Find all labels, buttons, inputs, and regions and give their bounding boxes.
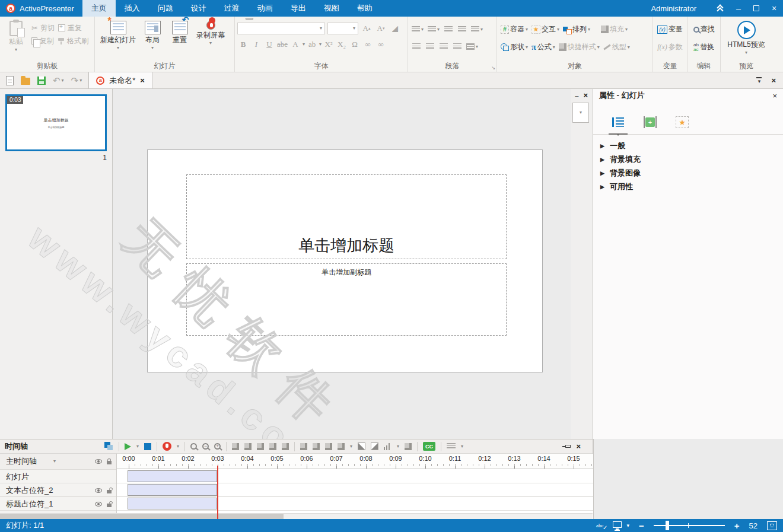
subscript-button[interactable]: X₂: [336, 38, 348, 50]
spell-check-icon[interactable]: abc✓: [596, 523, 604, 528]
split-icon[interactable]: [282, 443, 289, 450]
menu-design[interactable]: 设计: [182, 0, 215, 17]
zoom-in-button[interactable]: +: [734, 521, 740, 530]
copy-button[interactable]: 复制: [30, 34, 56, 47]
open-project-button[interactable]: [21, 78, 30, 85]
timeline-ruler[interactable]: 0:00 0:01 0:02 0:03 0:04 0:05 0:06 0:07 …: [117, 454, 593, 469]
duplicate-button[interactable]: 重复: [56, 21, 84, 34]
reset-button[interactable]: 重置: [166, 19, 193, 45]
close-document-button[interactable]: ×: [140, 76, 145, 85]
slide-thumbnail[interactable]: 0:03 单击增加标题 单击增加副标题: [5, 94, 107, 151]
decrease-font-button[interactable]: A▾: [375, 22, 387, 34]
italic-button[interactable]: I: [250, 38, 262, 50]
close-timeline-button[interactable]: ×: [576, 442, 581, 451]
close-properties-button[interactable]: ×: [772, 91, 777, 100]
section-background-fill[interactable]: ▶背景填充: [593, 153, 783, 166]
cut-button[interactable]: ✂剪切: [30, 21, 56, 34]
scrollbar-thumb[interactable]: [0, 514, 284, 519]
save-button[interactable]: [37, 77, 46, 85]
lock-all-icon[interactable]: [107, 461, 112, 464]
menu-questions[interactable]: 问题: [149, 0, 182, 17]
crop-icon[interactable]: [269, 443, 276, 450]
play-options-caret[interactable]: ▾: [136, 444, 139, 449]
tab-slide-properties[interactable]: [606, 110, 630, 134]
arrange-button[interactable]: 排列▾: [562, 23, 591, 36]
font-color-button[interactable]: A: [289, 38, 301, 50]
insert-link-button[interactable]: ∞: [362, 38, 374, 50]
numbering-button[interactable]: ▾: [426, 23, 441, 36]
pane-dropdown-button[interactable]: ▾: [572, 103, 589, 123]
close-window-button[interactable]: ×: [765, 0, 783, 17]
closed-caption-button[interactable]: CC: [423, 442, 435, 451]
collapse-ribbon-button[interactable]: [712, 0, 730, 17]
timeline-view-icon[interactable]: [447, 443, 456, 450]
show-all-eye-icon[interactable]: [95, 459, 102, 464]
quick-style-button[interactable]: 快捷样式▾: [558, 41, 601, 53]
font-color-caret[interactable]: ▾: [303, 42, 305, 47]
zoom-selection-icon[interactable]: [190, 443, 197, 450]
zoom-slider[interactable]: [654, 521, 725, 530]
timeline-panes-icon[interactable]: [104, 442, 113, 451]
fit-to-window-button[interactable]: [767, 521, 777, 530]
timeline-view-caret[interactable]: ▾: [461, 444, 463, 449]
layout-button[interactable]: 布局 ▾: [139, 19, 166, 50]
document-tab[interactable]: a 未命名* ×: [88, 72, 152, 88]
timeline-row-label[interactable]: 标题占位符_1: [0, 499, 53, 509]
bold-button[interactable]: B: [237, 38, 249, 50]
volume-icon[interactable]: [384, 443, 392, 450]
font-family-select[interactable]: ▾: [237, 23, 325, 34]
new-slide-button[interactable]: 新建幻灯片 ▾: [97, 19, 139, 50]
highlight-button[interactable]: ab: [306, 38, 318, 50]
close-pane-button[interactable]: ×: [771, 76, 776, 85]
paste-button[interactable]: 粘贴 ▾: [2, 19, 30, 52]
justify-button[interactable]: [451, 40, 463, 53]
replace-button[interactable]: abac替换: [690, 41, 718, 53]
timeline-scrollbar[interactable]: [0, 513, 593, 519]
play-button[interactable]: [125, 443, 131, 450]
align-left-button[interactable]: [410, 40, 422, 53]
remove-link-button[interactable]: ∞: [375, 38, 387, 50]
volume-options-caret[interactable]: ▾: [397, 444, 399, 449]
strikethrough-button[interactable]: abe: [276, 38, 288, 50]
stop-button[interactable]: [144, 443, 151, 450]
menu-help[interactable]: 帮助: [348, 0, 381, 17]
shape-button[interactable]: 形状▾: [499, 41, 529, 53]
insert-time-icon[interactable]: [232, 443, 239, 450]
format-painter-button[interactable]: 格式刷: [56, 34, 90, 47]
timeline-select-caret[interactable]: ▾: [53, 459, 56, 464]
interaction-button[interactable]: ★交互▾: [530, 23, 561, 36]
minimize-button[interactable]: –: [730, 0, 747, 17]
font-size-select[interactable]: ▾: [327, 23, 358, 34]
window-list-button[interactable]: ▾: [756, 77, 762, 84]
maximize-button[interactable]: [747, 0, 765, 17]
slide-editing-area[interactable]: 单击增加标题 单击增加副标题: [147, 149, 543, 372]
shrink-timebar-icon[interactable]: [313, 443, 320, 450]
fill-button[interactable]: 填充▾: [600, 23, 629, 36]
highlight-caret[interactable]: ▾: [319, 42, 322, 47]
zoom-in-icon[interactable]: +: [214, 443, 221, 450]
zoom-out-button[interactable]: −: [639, 521, 644, 530]
menu-animations[interactable]: 动画: [249, 0, 282, 17]
zoom-slider-knob[interactable]: [666, 521, 669, 530]
clear-formatting-button[interactable]: ◢: [389, 22, 401, 34]
text-direction-button[interactable]: ▾: [465, 40, 479, 53]
bullets-button[interactable]: ▾: [410, 23, 425, 36]
text-placeholder-timebar[interactable]: [128, 484, 217, 496]
equation-button[interactable]: π公式▾: [530, 41, 556, 53]
visibility-eye-icon[interactable]: [95, 502, 102, 506]
view-mode-icon[interactable]: [613, 521, 622, 528]
container-button[interactable]: #容器▾: [499, 23, 529, 36]
timeline-row-label[interactable]: 文本占位符_2: [0, 485, 53, 496]
section-background-image[interactable]: ▶背景图像: [593, 167, 783, 180]
menu-home[interactable]: 主页: [82, 0, 116, 17]
delete-object-icon[interactable]: [257, 443, 264, 450]
close-strip-button[interactable]: ×: [583, 91, 588, 100]
extend-timebar-icon[interactable]: [300, 443, 307, 450]
symbol-button[interactable]: Ω: [349, 38, 361, 50]
parameter-button[interactable]: f(x)参数: [655, 41, 685, 53]
record-screen-button[interactable]: 录制屏幕 ▾: [193, 19, 228, 46]
unlock-icon[interactable]: [107, 504, 112, 507]
record-narration-button[interactable]: [163, 442, 171, 451]
insert-marker-icon[interactable]: [405, 443, 412, 450]
visibility-eye-icon[interactable]: [95, 488, 102, 493]
